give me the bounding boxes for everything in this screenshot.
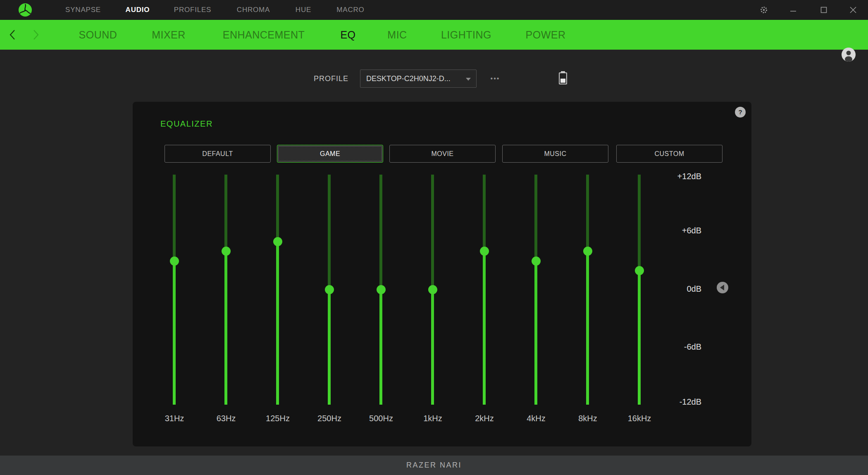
profile-label: PROFILE xyxy=(289,74,348,84)
eq-band-label: 500Hz xyxy=(362,413,400,423)
status-bar: RAZER NARI xyxy=(0,456,868,475)
eq-slider-125hz[interactable]: 125Hz xyxy=(259,175,296,428)
eq-track-fill xyxy=(586,251,589,405)
title-bar: SYNAPSE AUDIO PROFILES CHROMA HUE MACRO xyxy=(0,0,868,20)
profile-dropdown-value: DESKTOP-C2H0NJ2-D... xyxy=(366,70,461,87)
menu-item-synapse[interactable]: SYNAPSE xyxy=(65,0,101,20)
eq-band-label: 8kHz xyxy=(569,413,606,423)
eq-slider-16khz[interactable]: 16kHz xyxy=(621,175,658,428)
eq-track-upper xyxy=(431,175,434,290)
settings-gear-icon[interactable] xyxy=(758,4,770,16)
eq-slider-knob[interactable] xyxy=(532,257,541,266)
tab-eq[interactable]: EQ xyxy=(340,20,355,50)
scale-label-minus12db: -12dB xyxy=(660,396,701,407)
eq-track-upper xyxy=(534,175,537,261)
eq-track-upper xyxy=(483,175,486,251)
preset-movie-button[interactable]: MOVIE xyxy=(389,145,496,163)
eq-track-upper xyxy=(276,175,279,242)
scale-label-plus6db: +6dB xyxy=(660,225,701,236)
eq-track-fill xyxy=(328,290,331,405)
eq-slider-knob[interactable] xyxy=(170,257,179,266)
razer-synapse-window: SYNAPSE AUDIO PROFILES CHROMA HUE MACRO xyxy=(0,0,868,475)
close-button[interactable] xyxy=(847,4,859,16)
eq-slider-knob[interactable] xyxy=(325,285,334,294)
audio-sub-nav: SOUND MIXER ENHANCEMENT EQ MIC LIGHTING … xyxy=(0,20,868,50)
eq-band-label: 16kHz xyxy=(621,413,658,423)
preset-game-button[interactable]: GAME xyxy=(277,145,383,163)
tab-lighting[interactable]: LIGHTING xyxy=(441,20,491,50)
eq-slider-knob[interactable] xyxy=(428,285,437,294)
profile-dropdown[interactable]: DESKTOP-C2H0NJ2-D... xyxy=(360,70,477,88)
device-name: RAZER NARI xyxy=(0,456,868,475)
eq-track-upper xyxy=(328,175,331,290)
eq-band-label: 31Hz xyxy=(156,413,193,423)
eq-track-upper xyxy=(586,175,589,251)
eq-track-fill xyxy=(379,290,382,405)
forward-arrow-icon[interactable] xyxy=(33,29,39,40)
eq-track-upper xyxy=(173,175,176,261)
eq-band-label: 125Hz xyxy=(259,413,296,423)
eq-slider-knob[interactable] xyxy=(377,285,386,294)
eq-slider-1khz[interactable]: 1kHz xyxy=(414,175,451,428)
eq-track-fill xyxy=(534,261,537,405)
eq-slider-250hz[interactable]: 250Hz xyxy=(311,175,348,428)
eq-slider-knob[interactable] xyxy=(222,247,231,256)
eq-track-upper xyxy=(638,175,641,271)
eq-band-label: 250Hz xyxy=(311,413,348,423)
tab-enhancement[interactable]: ENHANCEMENT xyxy=(223,20,305,50)
eq-track-fill xyxy=(483,251,486,405)
eq-track-fill xyxy=(638,271,641,405)
maximize-button[interactable] xyxy=(818,4,830,16)
minimize-button[interactable] xyxy=(787,4,799,16)
equalizer-title: EQUALIZER xyxy=(160,119,213,129)
scale-label-plus12db: +12dB xyxy=(660,171,701,182)
eq-band-label: 1kHz xyxy=(414,413,451,423)
user-avatar[interactable] xyxy=(842,48,856,62)
eq-slider-knob[interactable] xyxy=(583,247,592,256)
collapse-scale-button[interactable] xyxy=(717,282,728,293)
menu-item-audio[interactable]: AUDIO xyxy=(126,0,150,20)
eq-track-upper xyxy=(379,175,382,290)
tab-mixer[interactable]: MIXER xyxy=(152,20,186,50)
battery-status-icon xyxy=(559,71,567,84)
eq-band-label: 63Hz xyxy=(207,413,245,423)
eq-slider-63hz[interactable]: 63Hz xyxy=(207,175,245,428)
razer-logo-icon xyxy=(18,3,32,17)
eq-slider-4khz[interactable]: 4kHz xyxy=(517,175,555,428)
eq-track-upper xyxy=(224,175,227,251)
eq-band-label: 4kHz xyxy=(517,413,555,423)
preset-custom-button[interactable]: CUSTOM xyxy=(616,145,723,163)
profile-more-button[interactable]: ••• xyxy=(483,74,508,84)
menu-item-macro[interactable]: MACRO xyxy=(336,0,364,20)
arrow-left-icon xyxy=(720,285,724,290)
eq-track-fill xyxy=(224,251,227,405)
eq-slider-knob[interactable] xyxy=(635,266,644,275)
eq-track-fill xyxy=(431,290,434,405)
eq-slider-2khz[interactable]: 2kHz xyxy=(466,175,503,428)
eq-track-fill xyxy=(276,242,279,405)
preset-default-button[interactable]: DEFAULT xyxy=(165,145,271,163)
eq-slider-500hz[interactable]: 500Hz xyxy=(362,175,400,428)
scale-label-minus6db: -6dB xyxy=(660,341,701,352)
eq-slider-8khz[interactable]: 8kHz xyxy=(569,175,606,428)
preset-music-button[interactable]: MUSIC xyxy=(502,145,608,163)
back-arrow-icon[interactable] xyxy=(9,29,16,40)
eq-slider-knob[interactable] xyxy=(273,237,282,246)
help-icon[interactable]: ? xyxy=(735,107,746,118)
scale-label-0db: 0dB xyxy=(660,283,701,294)
eq-slider-31hz[interactable]: 31Hz xyxy=(156,175,193,428)
chevron-down-icon xyxy=(466,78,471,81)
menu-item-profiles[interactable]: PROFILES xyxy=(174,0,211,20)
eq-band-label: 2kHz xyxy=(466,413,503,423)
eq-slider-knob[interactable] xyxy=(480,247,489,256)
menu-item-chroma[interactable]: CHROMA xyxy=(237,0,270,20)
menu-item-hue[interactable]: HUE xyxy=(296,0,311,20)
eq-track-fill xyxy=(173,261,176,405)
tab-sound[interactable]: SOUND xyxy=(79,20,117,50)
tab-power[interactable]: POWER xyxy=(526,20,566,50)
tab-mic[interactable]: MIC xyxy=(387,20,407,50)
